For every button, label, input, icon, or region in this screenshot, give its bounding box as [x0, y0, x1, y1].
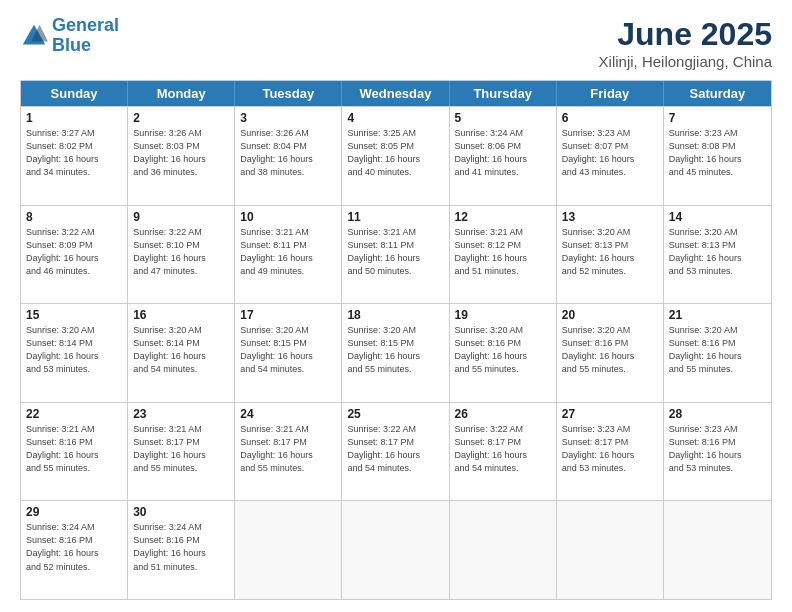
calendar-cell — [557, 501, 664, 599]
calendar-header: SundayMondayTuesdayWednesdayThursdayFrid… — [21, 81, 771, 106]
day-number: 18 — [347, 308, 443, 322]
day-number: 23 — [133, 407, 229, 421]
day-number: 11 — [347, 210, 443, 224]
calendar-cell: 14Sunrise: 3:20 AM Sunset: 8:13 PM Dayli… — [664, 206, 771, 304]
page: General Blue June 2025 Xilinji, Heilongj… — [0, 0, 792, 612]
day-number: 16 — [133, 308, 229, 322]
month-title: June 2025 — [599, 16, 772, 53]
weekday-header: Monday — [128, 81, 235, 106]
calendar-cell: 12Sunrise: 3:21 AM Sunset: 8:12 PM Dayli… — [450, 206, 557, 304]
day-number: 13 — [562, 210, 658, 224]
calendar-cell: 3Sunrise: 3:26 AM Sunset: 8:04 PM Daylig… — [235, 107, 342, 205]
location: Xilinji, Heilongjiang, China — [599, 53, 772, 70]
day-number: 4 — [347, 111, 443, 125]
day-number: 9 — [133, 210, 229, 224]
day-info: Sunrise: 3:21 AM Sunset: 8:11 PM Dayligh… — [240, 226, 336, 278]
weekday-header: Sunday — [21, 81, 128, 106]
calendar-row: 22Sunrise: 3:21 AM Sunset: 8:16 PM Dayli… — [21, 402, 771, 501]
day-info: Sunrise: 3:20 AM Sunset: 8:13 PM Dayligh… — [669, 226, 766, 278]
calendar-cell: 15Sunrise: 3:20 AM Sunset: 8:14 PM Dayli… — [21, 304, 128, 402]
day-info: Sunrise: 3:23 AM Sunset: 8:08 PM Dayligh… — [669, 127, 766, 179]
day-info: Sunrise: 3:25 AM Sunset: 8:05 PM Dayligh… — [347, 127, 443, 179]
day-info: Sunrise: 3:23 AM Sunset: 8:16 PM Dayligh… — [669, 423, 766, 475]
day-info: Sunrise: 3:26 AM Sunset: 8:03 PM Dayligh… — [133, 127, 229, 179]
day-info: Sunrise: 3:20 AM Sunset: 8:16 PM Dayligh… — [455, 324, 551, 376]
day-number: 12 — [455, 210, 551, 224]
day-number: 5 — [455, 111, 551, 125]
day-info: Sunrise: 3:20 AM Sunset: 8:13 PM Dayligh… — [562, 226, 658, 278]
calendar-cell: 22Sunrise: 3:21 AM Sunset: 8:16 PM Dayli… — [21, 403, 128, 501]
calendar: SundayMondayTuesdayWednesdayThursdayFrid… — [20, 80, 772, 600]
calendar-cell: 10Sunrise: 3:21 AM Sunset: 8:11 PM Dayli… — [235, 206, 342, 304]
day-info: Sunrise: 3:20 AM Sunset: 8:15 PM Dayligh… — [347, 324, 443, 376]
calendar-row: 1Sunrise: 3:27 AM Sunset: 8:02 PM Daylig… — [21, 106, 771, 205]
day-number: 22 — [26, 407, 122, 421]
calendar-cell: 1Sunrise: 3:27 AM Sunset: 8:02 PM Daylig… — [21, 107, 128, 205]
calendar-cell: 25Sunrise: 3:22 AM Sunset: 8:17 PM Dayli… — [342, 403, 449, 501]
logo: General Blue — [20, 16, 119, 56]
day-info: Sunrise: 3:21 AM Sunset: 8:17 PM Dayligh… — [240, 423, 336, 475]
day-number: 28 — [669, 407, 766, 421]
day-info: Sunrise: 3:21 AM Sunset: 8:16 PM Dayligh… — [26, 423, 122, 475]
day-info: Sunrise: 3:21 AM Sunset: 8:11 PM Dayligh… — [347, 226, 443, 278]
calendar-cell: 2Sunrise: 3:26 AM Sunset: 8:03 PM Daylig… — [128, 107, 235, 205]
day-number: 8 — [26, 210, 122, 224]
logo-text: General Blue — [52, 16, 119, 56]
calendar-cell: 28Sunrise: 3:23 AM Sunset: 8:16 PM Dayli… — [664, 403, 771, 501]
day-info: Sunrise: 3:20 AM Sunset: 8:16 PM Dayligh… — [669, 324, 766, 376]
day-number: 14 — [669, 210, 766, 224]
calendar-cell: 5Sunrise: 3:24 AM Sunset: 8:06 PM Daylig… — [450, 107, 557, 205]
day-number: 2 — [133, 111, 229, 125]
day-number: 25 — [347, 407, 443, 421]
day-info: Sunrise: 3:22 AM Sunset: 8:10 PM Dayligh… — [133, 226, 229, 278]
day-info: Sunrise: 3:23 AM Sunset: 8:17 PM Dayligh… — [562, 423, 658, 475]
day-info: Sunrise: 3:22 AM Sunset: 8:17 PM Dayligh… — [455, 423, 551, 475]
calendar-body: 1Sunrise: 3:27 AM Sunset: 8:02 PM Daylig… — [21, 106, 771, 599]
weekday-header: Thursday — [450, 81, 557, 106]
day-info: Sunrise: 3:20 AM Sunset: 8:14 PM Dayligh… — [133, 324, 229, 376]
calendar-cell: 16Sunrise: 3:20 AM Sunset: 8:14 PM Dayli… — [128, 304, 235, 402]
day-number: 17 — [240, 308, 336, 322]
day-info: Sunrise: 3:21 AM Sunset: 8:17 PM Dayligh… — [133, 423, 229, 475]
calendar-cell: 27Sunrise: 3:23 AM Sunset: 8:17 PM Dayli… — [557, 403, 664, 501]
calendar-cell: 21Sunrise: 3:20 AM Sunset: 8:16 PM Dayli… — [664, 304, 771, 402]
day-number: 30 — [133, 505, 229, 519]
calendar-cell: 7Sunrise: 3:23 AM Sunset: 8:08 PM Daylig… — [664, 107, 771, 205]
day-info: Sunrise: 3:24 AM Sunset: 8:16 PM Dayligh… — [133, 521, 229, 573]
calendar-cell — [450, 501, 557, 599]
calendar-row: 29Sunrise: 3:24 AM Sunset: 8:16 PM Dayli… — [21, 500, 771, 599]
calendar-cell: 18Sunrise: 3:20 AM Sunset: 8:15 PM Dayli… — [342, 304, 449, 402]
calendar-cell: 6Sunrise: 3:23 AM Sunset: 8:07 PM Daylig… — [557, 107, 664, 205]
day-info: Sunrise: 3:22 AM Sunset: 8:09 PM Dayligh… — [26, 226, 122, 278]
day-info: Sunrise: 3:24 AM Sunset: 8:06 PM Dayligh… — [455, 127, 551, 179]
header: General Blue June 2025 Xilinji, Heilongj… — [20, 16, 772, 70]
calendar-cell: 23Sunrise: 3:21 AM Sunset: 8:17 PM Dayli… — [128, 403, 235, 501]
day-number: 15 — [26, 308, 122, 322]
calendar-cell: 11Sunrise: 3:21 AM Sunset: 8:11 PM Dayli… — [342, 206, 449, 304]
day-number: 1 — [26, 111, 122, 125]
calendar-cell: 13Sunrise: 3:20 AM Sunset: 8:13 PM Dayli… — [557, 206, 664, 304]
calendar-cell: 19Sunrise: 3:20 AM Sunset: 8:16 PM Dayli… — [450, 304, 557, 402]
day-number: 7 — [669, 111, 766, 125]
day-number: 27 — [562, 407, 658, 421]
weekday-header: Wednesday — [342, 81, 449, 106]
day-number: 21 — [669, 308, 766, 322]
calendar-cell: 9Sunrise: 3:22 AM Sunset: 8:10 PM Daylig… — [128, 206, 235, 304]
weekday-header: Friday — [557, 81, 664, 106]
day-info: Sunrise: 3:27 AM Sunset: 8:02 PM Dayligh… — [26, 127, 122, 179]
day-info: Sunrise: 3:26 AM Sunset: 8:04 PM Dayligh… — [240, 127, 336, 179]
day-number: 29 — [26, 505, 122, 519]
calendar-cell: 20Sunrise: 3:20 AM Sunset: 8:16 PM Dayli… — [557, 304, 664, 402]
calendar-cell: 26Sunrise: 3:22 AM Sunset: 8:17 PM Dayli… — [450, 403, 557, 501]
calendar-cell: 17Sunrise: 3:20 AM Sunset: 8:15 PM Dayli… — [235, 304, 342, 402]
day-number: 6 — [562, 111, 658, 125]
day-info: Sunrise: 3:20 AM Sunset: 8:14 PM Dayligh… — [26, 324, 122, 376]
day-info: Sunrise: 3:24 AM Sunset: 8:16 PM Dayligh… — [26, 521, 122, 573]
day-info: Sunrise: 3:20 AM Sunset: 8:16 PM Dayligh… — [562, 324, 658, 376]
day-number: 20 — [562, 308, 658, 322]
title-block: June 2025 Xilinji, Heilongjiang, China — [599, 16, 772, 70]
day-number: 10 — [240, 210, 336, 224]
day-info: Sunrise: 3:21 AM Sunset: 8:12 PM Dayligh… — [455, 226, 551, 278]
calendar-cell: 30Sunrise: 3:24 AM Sunset: 8:16 PM Dayli… — [128, 501, 235, 599]
calendar-cell: 4Sunrise: 3:25 AM Sunset: 8:05 PM Daylig… — [342, 107, 449, 205]
